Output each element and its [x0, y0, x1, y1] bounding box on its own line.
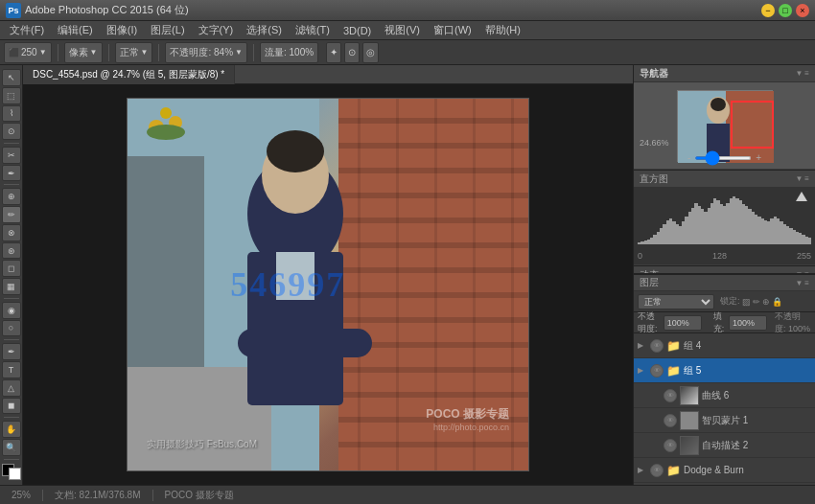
pressure-size-button[interactable]: ⊙	[344, 42, 360, 63]
layer-visibility-toggle[interactable]: 👁	[664, 414, 677, 427]
toolbar-separator	[58, 44, 58, 61]
layers-list: ▶ 👁 📁 组 4 ▶ 👁 📁 组 5 👁 曲线 6 👁 智贝蒙片 1 👁 自动…	[634, 333, 815, 485]
window-controls: − □ ×	[761, 4, 809, 17]
brush-tool[interactable]: ✏	[2, 206, 21, 223]
close-button[interactable]: ×	[796, 4, 809, 17]
svg-rect-15	[338, 392, 529, 398]
lock-pixels-btn[interactable]: ✏	[753, 297, 760, 307]
menu-text[interactable]: 文字(Y)	[193, 21, 240, 39]
healing-tool[interactable]: ⊕	[2, 188, 21, 205]
unit-selector[interactable]: 像素 ▼	[64, 42, 103, 63]
svg-rect-9	[338, 242, 529, 248]
lock-transparency-btn[interactable]: ▨	[742, 297, 751, 307]
selection-tool[interactable]: ⬚	[2, 87, 21, 104]
menu-view[interactable]: 视图(V)	[379, 21, 426, 39]
layers-collapse-btn[interactable]: ▼	[795, 279, 803, 287]
layers-menu-btn[interactable]: ≡	[804, 279, 809, 287]
layer-visibility-toggle[interactable]: 👁	[664, 389, 677, 402]
layer-visibility-toggle[interactable]: 👁	[664, 439, 677, 452]
airbrush-button[interactable]: ✦	[326, 42, 341, 63]
canvas-tabs: DSC_4554.psd @ 24.7% (组 5, 图层蒙版/8) *	[23, 65, 633, 84]
svg-point-25	[267, 130, 324, 172]
lock-position-btn[interactable]: ⊕	[762, 297, 770, 307]
photo-canvas: 546997 实用摄影技巧 FsBus.CoM POCO 摄影专题 http:/…	[127, 98, 529, 471]
quick-select-tool[interactable]: ⊙	[2, 123, 21, 140]
shape-tool[interactable]: ◼	[2, 398, 21, 415]
layer-expand-icon[interactable]: ▶	[638, 341, 647, 350]
layer-visibility-toggle[interactable]: 👁	[650, 339, 664, 353]
pressure-opacity-button[interactable]: ◎	[362, 42, 379, 63]
doc-dimensions-status: POCO 摄影专题	[161, 489, 238, 502]
layer-name: 组 5	[684, 364, 811, 378]
menu-select[interactable]: 选择(S)	[241, 21, 288, 39]
minimize-button[interactable]: −	[761, 4, 775, 17]
pen-tool[interactable]: ✒	[2, 343, 21, 360]
nav-viewport-box	[731, 101, 774, 149]
menu-file[interactable]: 文件(F)	[4, 21, 50, 39]
clone-tool[interactable]: ⊗	[2, 224, 21, 241]
foreground-background-colors[interactable]	[2, 464, 21, 481]
toolbar-separator-4	[253, 44, 254, 61]
history-header: 动态 ▼ ≡	[634, 266, 815, 274]
eyedropper-tool[interactable]: ✒	[2, 165, 21, 182]
menu-layer[interactable]: 图层(L)	[145, 21, 190, 39]
flow-control[interactable]: 流量: 100%	[260, 42, 318, 63]
layer-item[interactable]: ▶ 👁 📁 组 5	[634, 358, 815, 383]
navigator-collapse-btn[interactable]: ▼	[795, 69, 803, 78]
layer-item[interactable]: 👁 自动描述 2	[634, 433, 815, 458]
blend-mode-select[interactable]: 正常	[638, 294, 714, 309]
navigator-content[interactable]: - + 24.66%	[634, 82, 815, 169]
maximize-button[interactable]: □	[779, 4, 792, 17]
blend-mode-selector[interactable]: 正常 ▼	[115, 42, 153, 63]
opacity-label: 不透明度:	[638, 310, 660, 335]
layer-item[interactable]: 👁 智贝蒙片 1	[634, 408, 815, 433]
menu-3d[interactable]: 3D(D)	[338, 23, 377, 38]
svg-rect-22	[511, 99, 514, 471]
canvas-tab-main[interactable]: DSC_4554.psd @ 24.7% (组 5, 图层蒙版/8) *	[23, 65, 235, 84]
layer-item[interactable]: ▶ 👁 📁 Dodge & Burn	[634, 458, 815, 483]
menu-help[interactable]: 帮助(H)	[479, 21, 526, 39]
layer-item[interactable]: ▶ 👁 📁 组 4	[634, 333, 815, 358]
layer-name: 组 4	[684, 339, 811, 353]
zoom-out-btn[interactable]: -	[687, 152, 690, 163]
nav-zoom-display: 24.66%	[640, 138, 669, 148]
tool-separator-4	[4, 339, 19, 340]
menu-window[interactable]: 窗口(W)	[428, 21, 477, 39]
main-area: ↖ ⬚ ⌇ ⊙ ✂ ✒ ⊕ ✏ ⊗ ⊛ ◻ ▦ ◉ ○ ✒ T △ ◼ ✋ 🔍 …	[0, 65, 815, 485]
zoom-in-btn[interactable]: +	[756, 152, 761, 163]
layer-expand-icon[interactable]: ▶	[638, 466, 647, 474]
zoom-tool[interactable]: 🔍	[2, 439, 21, 456]
layer-expand-icon[interactable]: ▶	[638, 366, 647, 375]
dodge-tool[interactable]: ○	[2, 320, 21, 337]
eraser-tool[interactable]: ◻	[2, 260, 21, 277]
layers-opacity-row: 不透明度: 填充: 不透明度: 100%	[634, 312, 815, 333]
opacity-input[interactable]	[664, 315, 702, 331]
blur-tool[interactable]: ◉	[2, 302, 21, 319]
layer-name: 自动描述 2	[702, 439, 811, 452]
move-tool[interactable]: ↖	[2, 69, 21, 86]
opacity-control[interactable]: 不透明度: 84% ▼	[165, 42, 247, 63]
crop-tool[interactable]: ✂	[2, 147, 21, 164]
histogram-menu-btn[interactable]: ≡	[804, 174, 809, 183]
fill-input[interactable]	[729, 315, 767, 331]
menu-image[interactable]: 图像(I)	[101, 21, 143, 39]
layer-visibility-toggle[interactable]: 👁	[650, 364, 664, 378]
canvas-content[interactable]: 546997 实用摄影技巧 FsBus.CoM POCO 摄影专题 http:/…	[23, 84, 633, 485]
navigator-menu-btn[interactable]: ≡	[804, 69, 809, 78]
history-brush-tool[interactable]: ⊛	[2, 242, 21, 260]
lasso-tool[interactable]: ⌇	[2, 105, 21, 123]
layer-item[interactable]: 👁 曲线 2	[634, 483, 815, 485]
layer-visibility-toggle[interactable]: 👁	[650, 464, 664, 477]
tool-mode-button[interactable]: ⬛ 250 ▼	[4, 42, 52, 63]
menu-filter[interactable]: 滤镜(T)	[290, 21, 336, 39]
zoom-slider[interactable]	[694, 156, 752, 160]
menu-edit[interactable]: 编辑(E)	[52, 21, 99, 39]
path-select-tool[interactable]: △	[2, 379, 21, 397]
hand-tool[interactable]: ✋	[2, 421, 21, 438]
histogram-collapse-btn[interactable]: ▼	[795, 174, 803, 183]
gradient-tool[interactable]: ▦	[2, 278, 21, 295]
lock-all-btn[interactable]: 🔒	[772, 297, 782, 307]
text-tool[interactable]: T	[2, 361, 21, 378]
lock-label: 锁定:	[720, 295, 740, 308]
layer-item[interactable]: 👁 曲线 6	[634, 383, 815, 408]
